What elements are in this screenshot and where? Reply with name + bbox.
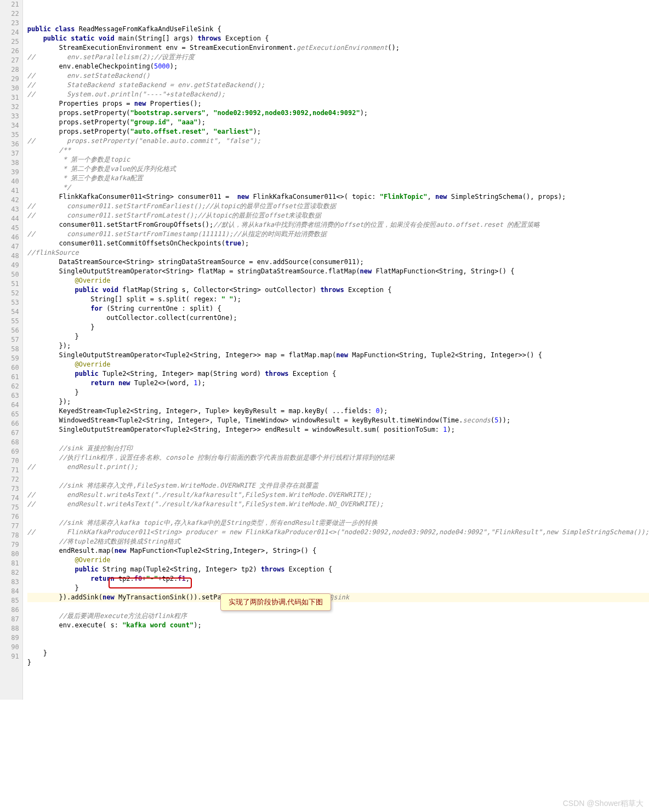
- code-editor[interactable]: 2122232425262728293031323334353637383940…: [0, 0, 649, 700]
- code-line[interactable]: @Override: [27, 360, 649, 369]
- code-line[interactable]: FlinkKafkaConsumer011<String> consumer01…: [27, 192, 649, 202]
- line-number: 29: [0, 75, 19, 84]
- code-line[interactable]: SingleOutputStreamOperator<Tuple2<String…: [27, 351, 649, 360]
- code-line[interactable]: // consumer011.setStartFromEarliest();//…: [27, 202, 649, 211]
- code-line[interactable]: // consumer011.setStartFromLatest();//从t…: [27, 211, 649, 220]
- code-line[interactable]: }: [27, 323, 649, 332]
- code-line[interactable]: String[] split = s.split( regex: " ");: [27, 295, 649, 304]
- code-line[interactable]: SingleOutputStreamOperator<Tuple2<String…: [27, 425, 649, 434]
- code-line[interactable]: //将tuple2格式数据转换成String格式: [27, 537, 649, 546]
- line-number: 25: [0, 37, 19, 47]
- code-line[interactable]: // StateBackend stateBackend = env.getSt…: [27, 81, 649, 90]
- code-line[interactable]: // env.setParallelism(2);//设置并行度: [27, 53, 649, 62]
- line-number: 75: [0, 503, 19, 512]
- line-number: 89: [0, 633, 19, 643]
- line-number: 79: [0, 540, 19, 550]
- code-line[interactable]: StreamExecutionEnvironment env = StreamE…: [27, 43, 649, 53]
- code-line[interactable]: }: [27, 658, 649, 667]
- code-line[interactable]: consumer011.setCommitOffsetsOnCheckpoint…: [27, 239, 649, 248]
- code-line[interactable]: outCollector.collect(currentOne);: [27, 313, 649, 323]
- line-number: 26: [0, 47, 19, 56]
- code-line[interactable]: return new Tuple2<>(word, 1);: [27, 379, 649, 388]
- code-line[interactable]: public static void main(String[] args) t…: [27, 34, 649, 43]
- code-line[interactable]: env.enableCheckpointing(5000);: [27, 62, 649, 71]
- code-line[interactable]: //sink 将结果存入kafka topic中,存入kafka中的是Strin…: [27, 518, 649, 528]
- line-number: 40: [0, 177, 19, 186]
- code-line[interactable]: DataStreamSource<String> stringDataStrea…: [27, 258, 649, 267]
- line-number: 28: [0, 65, 19, 75]
- code-line[interactable]: @Override: [27, 276, 649, 285]
- code-line[interactable]: [27, 639, 649, 649]
- code-line[interactable]: * 第二个参数是value的反序列化格式: [27, 164, 649, 174]
- code-line[interactable]: // endResult.writeAsText("./result/kafka…: [27, 500, 649, 509]
- code-line[interactable]: public String map(Tuple2<String, Integer…: [27, 565, 649, 574]
- code-line[interactable]: //flinkSource: [27, 248, 649, 258]
- code-line[interactable]: });: [27, 397, 649, 407]
- code-line[interactable]: //最后要调用execute方法启动flink程序: [27, 611, 649, 621]
- code-line[interactable]: env.execute( s: "kafka word count");: [27, 621, 649, 630]
- code-line[interactable]: [27, 434, 649, 444]
- line-number: 42: [0, 196, 19, 205]
- line-number: 43: [0, 205, 19, 214]
- code-line[interactable]: WindowedStream<Tuple2<String, Integer>, …: [27, 416, 649, 425]
- code-line[interactable]: }).addSink(new MyTransactionSink()).setP…: [27, 593, 649, 602]
- code-line[interactable]: public Tuple2<String, Integer> map(Strin…: [27, 369, 649, 379]
- code-line[interactable]: KeyedStream<Tuple2<String, Integer>, Tup…: [27, 407, 649, 416]
- line-number: 83: [0, 577, 19, 587]
- code-line[interactable]: // endResult.writeAsText("./result/kafka…: [27, 490, 649, 500]
- code-line[interactable]: props.setProperty("auto.offset.reset", "…: [27, 127, 649, 136]
- code-line[interactable]: //执行flink程序，设置任务名称。console 控制台每行前面的数字代表当…: [27, 453, 649, 462]
- code-line[interactable]: }: [27, 332, 649, 341]
- code-line[interactable]: [27, 509, 649, 518]
- line-number: 45: [0, 224, 19, 233]
- line-number: 50: [0, 270, 19, 279]
- code-line[interactable]: //sink 将结果存入文件,FileSystem.WriteMode.OVER…: [27, 481, 649, 490]
- line-number: 31: [0, 93, 19, 102]
- line-number: 48: [0, 251, 19, 261]
- code-line[interactable]: */: [27, 183, 649, 192]
- code-line[interactable]: // consumer011.setStartFromTimestamp(111…: [27, 230, 649, 239]
- line-number: 76: [0, 512, 19, 522]
- code-line[interactable]: [27, 472, 649, 481]
- code-line[interactable]: //sink 直接控制台打印: [27, 444, 649, 453]
- code-line[interactable]: Properties props = new Properties();: [27, 99, 649, 108]
- code-line[interactable]: // System.out.println("----"+stateBacken…: [27, 90, 649, 99]
- code-line[interactable]: /**: [27, 146, 649, 155]
- line-number: 82: [0, 568, 19, 577]
- line-number: 58: [0, 345, 19, 354]
- code-line[interactable]: public class ReadMessageFromKafkaAndUseF…: [27, 25, 649, 34]
- code-line[interactable]: @Override: [27, 556, 649, 565]
- code-line[interactable]: for (String currentOne : split) {: [27, 304, 649, 313]
- code-line[interactable]: [27, 602, 649, 611]
- code-line[interactable]: // env.setStateBackend(): [27, 71, 649, 81]
- code-line[interactable]: SingleOutputStreamOperator<String> flatM…: [27, 267, 649, 276]
- line-number: 61: [0, 373, 19, 382]
- line-number: 32: [0, 102, 19, 112]
- code-line[interactable]: [27, 630, 649, 639]
- code-line[interactable]: }: [27, 649, 649, 658]
- line-number: 60: [0, 363, 19, 373]
- code-line[interactable]: props.setProperty("group.id", "aaa");: [27, 118, 649, 127]
- code-line[interactable]: [27, 15, 649, 25]
- code-line[interactable]: props.setProperty("bootstrap.servers", "…: [27, 108, 649, 118]
- code-line[interactable]: public void flatMap(String s, Collector<…: [27, 285, 649, 295]
- code-line[interactable]: [27, 667, 649, 677]
- code-area[interactable]: public class ReadMessageFromKafkaAndUseF…: [23, 0, 649, 700]
- line-number: 52: [0, 289, 19, 298]
- line-number: 35: [0, 130, 19, 140]
- code-line[interactable]: // FlinkKafkaProducer011<String> produce…: [27, 528, 649, 537]
- code-line[interactable]: consumer011.setStartFromGroupOffsets();/…: [27, 220, 649, 230]
- line-number: 30: [0, 84, 19, 93]
- code-line[interactable]: });: [27, 341, 649, 351]
- line-number: 47: [0, 242, 19, 251]
- line-number: 70: [0, 456, 19, 466]
- code-line[interactable]: // props.setProperty("enable.auto.commit…: [27, 136, 649, 146]
- code-line[interactable]: * 第一个参数是topic: [27, 155, 649, 164]
- code-line[interactable]: endResult.map(new MapFunction<Tuple2<Str…: [27, 546, 649, 556]
- code-line[interactable]: }: [27, 388, 649, 397]
- code-line[interactable]: // endResult.print();: [27, 462, 649, 472]
- line-number: 24: [0, 28, 19, 37]
- code-line[interactable]: * 第三个参数是kafka配置: [27, 174, 649, 183]
- line-number: 90: [0, 643, 19, 652]
- highlight-box: [109, 577, 192, 588]
